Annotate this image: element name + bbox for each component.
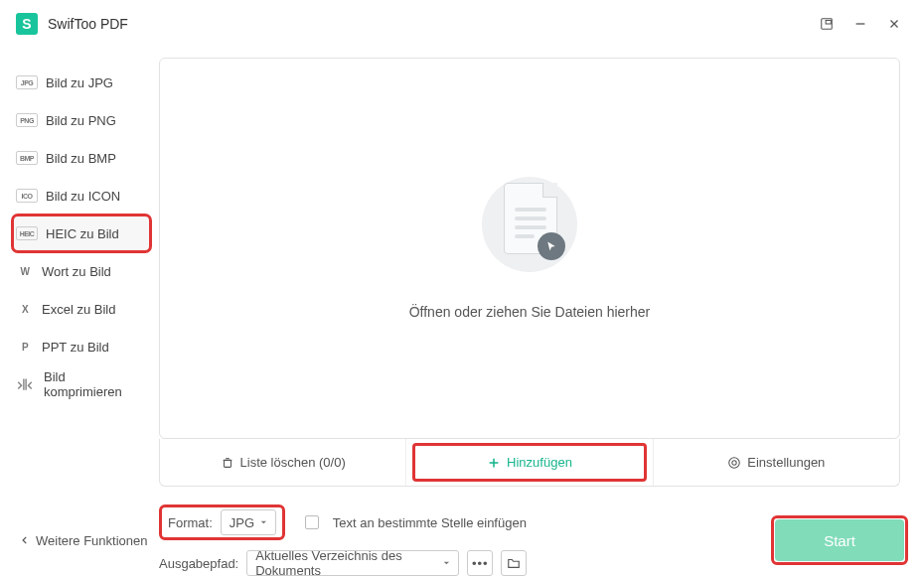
sidebar-item-icon[interactable]: ICOBild zu ICON	[12, 177, 151, 215]
sidebar-item-compress[interactable]: Bild komprimieren	[12, 365, 151, 403]
gear-icon	[727, 456, 741, 470]
format-highlight: Format: JPG	[159, 504, 285, 540]
insert-text-checkbox[interactable]	[305, 515, 319, 529]
sidebar-item-label: Excel zu Bild	[42, 302, 115, 317]
format-value: JPG	[230, 515, 254, 530]
add-button[interactable]: Hinzufügen	[406, 439, 653, 486]
add-label: Hinzufügen	[507, 455, 572, 470]
back-label: Weitere Funktionen	[36, 533, 148, 548]
sidebar-item-label: Bild zu JPG	[46, 75, 113, 90]
sidebar-item-label: HEIC zu Bild	[46, 226, 119, 241]
sidebar-item-label: Bild zu ICON	[46, 189, 120, 204]
svg-rect-7	[224, 460, 231, 467]
trash-icon	[221, 456, 234, 470]
sidebar: JPGBild zu JPG PNGBild zu PNG BMPBild zu…	[0, 48, 159, 522]
output-value: Aktuelles Verzeichnis des Dokuments	[255, 548, 437, 576]
minimize-button[interactable]	[847, 10, 874, 38]
more-options-button[interactable]: •••	[467, 550, 493, 576]
settings-label: Einstellungen	[747, 455, 825, 470]
cursor-icon	[538, 232, 565, 260]
sidebar-item-label: Wort zu Bild	[42, 264, 111, 279]
back-button[interactable]: Weitere Funktionen	[20, 533, 159, 548]
drop-illustration	[482, 177, 577, 272]
main-area: JPGBild zu JPG PNGBild zu PNG BMPBild zu…	[0, 48, 924, 522]
compress-icon	[16, 377, 34, 391]
sidebar-item-word[interactable]: WWort zu Bild	[12, 252, 151, 290]
sidebar-item-png[interactable]: PNGBild zu PNG	[12, 101, 151, 139]
titlebar: S SwifToo PDF	[0, 0, 924, 48]
options-panel: Format: JPG Text an bestimmte Stelle ein…	[159, 504, 775, 576]
folder-icon	[507, 556, 521, 570]
sidebar-item-label: PPT zu Bild	[42, 340, 109, 355]
plus-icon	[487, 456, 501, 470]
close-button[interactable]	[880, 10, 908, 38]
sidebar-item-label: Bild komprimieren	[44, 369, 147, 399]
sidebar-item-excel[interactable]: XExcel zu Bild	[12, 290, 151, 328]
app-title: SwifToo PDF	[48, 16, 128, 32]
start-button[interactable]: Start	[775, 519, 904, 561]
sidebar-item-ppt[interactable]: PPPT zu Bild	[12, 328, 151, 365]
svg-rect-1	[826, 21, 831, 25]
svg-point-13	[729, 457, 740, 468]
svg-point-12	[732, 460, 736, 464]
insert-text-label: Text an bestimmte Stelle einfügen	[333, 515, 527, 530]
settings-button[interactable]: Einstellungen	[654, 439, 899, 486]
layout-icon[interactable]	[813, 10, 841, 38]
format-label: Format:	[168, 515, 213, 530]
sidebar-item-heic[interactable]: HEICHEIC zu Bild	[12, 215, 151, 252]
clear-list-label: Liste löschen (0/0)	[240, 455, 346, 470]
clear-list-button[interactable]: Liste löschen (0/0)	[160, 439, 406, 486]
sidebar-item-jpg[interactable]: JPGBild zu JPG	[12, 64, 151, 101]
chevron-down-icon	[443, 559, 450, 567]
sidebar-item-bmp[interactable]: BMPBild zu BMP	[12, 139, 151, 177]
format-select[interactable]: JPG	[221, 509, 276, 535]
sidebar-item-label: Bild zu BMP	[46, 151, 116, 166]
drop-zone[interactable]: Öffnen oder ziehen Sie Dateien hierher	[159, 58, 900, 439]
sidebar-item-label: Bild zu PNG	[46, 113, 116, 128]
output-label: Ausgabepfad:	[159, 556, 238, 571]
content-panel: Öffnen oder ziehen Sie Dateien hierher L…	[159, 48, 924, 522]
chevron-down-icon	[260, 518, 267, 526]
footer: Weitere Funktionen Format: JPG Text an b…	[0, 504, 924, 576]
chevron-left-icon	[20, 535, 30, 545]
app-logo: S	[16, 13, 38, 35]
drop-text: Öffnen oder ziehen Sie Dateien hierher	[409, 304, 651, 320]
start-label: Start	[824, 532, 855, 549]
open-folder-button[interactable]	[501, 550, 527, 576]
action-bar: Liste löschen (0/0) Hinzufügen Einstellu…	[159, 439, 900, 487]
output-path-select[interactable]: Aktuelles Verzeichnis des Dokuments	[246, 550, 459, 576]
dots-icon: •••	[472, 556, 489, 571]
